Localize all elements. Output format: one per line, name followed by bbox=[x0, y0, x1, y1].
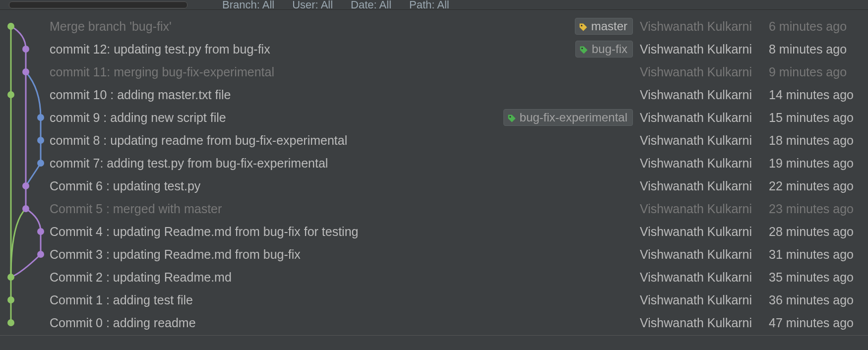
commit-row[interactable]: Commit 6 : updating test.pyVishwanath Ku… bbox=[0, 175, 868, 197]
commit-message: Commit 6 : updating test.py bbox=[50, 179, 640, 193]
commit-author: Vishwanath Kulkarni bbox=[640, 270, 769, 285]
footer-border bbox=[0, 335, 868, 350]
tag-icon bbox=[507, 113, 517, 122]
commit-row[interactable]: commit 8 : updating readme from bug-fix-… bbox=[0, 129, 868, 152]
commit-author: Vishwanath Kulkarni bbox=[640, 88, 769, 102]
branch-tag-label: bug-fix bbox=[592, 42, 627, 56]
commit-row[interactable]: commit 7: adding test.py from bug-fix-ex… bbox=[0, 152, 868, 175]
commit-time: 15 minutes ago bbox=[769, 111, 868, 125]
commit-row[interactable]: Commit 5 : merged with masterVishwanath … bbox=[0, 197, 868, 220]
commit-time: 47 minutes ago bbox=[769, 316, 868, 330]
commit-list: Merge branch 'bug-fix'masterVishwanath K… bbox=[0, 15, 868, 334]
commit-message-text: Merge branch 'bug-fix' bbox=[50, 19, 172, 34]
gear-icon[interactable] bbox=[827, 0, 838, 10]
search-input[interactable] bbox=[9, 1, 187, 8]
commit-author: Vishwanath Kulkarni bbox=[640, 19, 769, 34]
branch-tag[interactable]: master bbox=[575, 18, 633, 35]
search-icon[interactable] bbox=[848, 0, 859, 10]
commit-message: Commit 1 : adding test file bbox=[50, 293, 640, 307]
commit-author: Vishwanath Kulkarni bbox=[640, 156, 769, 171]
commit-message: Commit 0 : adding readme bbox=[50, 316, 640, 330]
commit-time: 18 minutes ago bbox=[769, 133, 868, 148]
commit-row[interactable]: Commit 4 : updating Readme.md from bug-f… bbox=[0, 220, 868, 243]
commit-row[interactable]: commit 11: merging bug-fix-experimentalV… bbox=[0, 60, 868, 83]
commit-message-text: Commit 0 : adding readme bbox=[50, 316, 196, 330]
commit-row[interactable]: commit 10 : adding master.txt fileVishwa… bbox=[0, 83, 868, 106]
svg-point-14 bbox=[581, 25, 582, 26]
commit-author: Vishwanath Kulkarni bbox=[640, 293, 769, 307]
commit-time: 8 minutes ago bbox=[769, 42, 868, 57]
commit-message: Commit 4 : updating Readme.md from bug-f… bbox=[50, 225, 640, 239]
svg-point-16 bbox=[509, 116, 511, 117]
branch-tag[interactable]: bug-fix-experimental bbox=[503, 109, 633, 126]
commit-time: 22 minutes ago bbox=[769, 179, 868, 193]
commit-time: 14 minutes ago bbox=[769, 88, 868, 102]
commit-author: Vishwanath Kulkarni bbox=[640, 111, 769, 125]
commit-row[interactable]: commit 9 : adding new script filebug-fix… bbox=[0, 106, 868, 129]
commit-author: Vishwanath Kulkarni bbox=[640, 225, 769, 239]
commit-author: Vishwanath Kulkarni bbox=[640, 316, 769, 330]
commit-message-text: commit 8 : updating readme from bug-fix-… bbox=[50, 133, 347, 148]
branch-tag[interactable]: bug-fix bbox=[575, 41, 633, 58]
cherry-pick-icon[interactable] bbox=[806, 0, 817, 10]
commit-message-text: Commit 2 : updating Readme.md bbox=[50, 270, 232, 285]
commit-author: Vishwanath Kulkarni bbox=[640, 42, 769, 57]
commit-row[interactable]: Commit 3 : updating Readme.md from bug-f… bbox=[0, 243, 868, 266]
git-log-area: Merge branch 'bug-fix'masterVishwanath K… bbox=[0, 10, 868, 335]
refresh-icon[interactable] bbox=[197, 0, 208, 10]
tag-icon bbox=[578, 21, 588, 31]
commit-time: 19 minutes ago bbox=[769, 156, 868, 171]
svg-point-15 bbox=[581, 48, 583, 49]
commit-message-text: commit 7: adding test.py from bug-fix-ex… bbox=[50, 156, 328, 171]
branch-tag-label: master bbox=[591, 19, 627, 33]
commit-message: Commit 3 : updating Readme.md from bug-f… bbox=[50, 247, 640, 262]
commit-message: Merge branch 'bug-fix'master bbox=[50, 18, 640, 35]
commit-message-text: Commit 3 : updating Readme.md from bug-f… bbox=[50, 247, 301, 262]
commit-author: Vishwanath Kulkarni bbox=[640, 247, 769, 262]
commit-message-text: commit 12: updating test.py from bug-fix bbox=[50, 42, 270, 57]
commit-message: Commit 2 : updating Readme.md bbox=[50, 270, 640, 285]
commit-message: commit 12: updating test.py from bug-fix… bbox=[50, 41, 640, 58]
commit-message-text: commit 9 : adding new script file bbox=[50, 111, 226, 125]
branch-tag-label: bug-fix-experimental bbox=[520, 111, 627, 124]
commit-row[interactable]: commit 12: updating test.py from bug-fix… bbox=[0, 38, 868, 60]
commit-message-text: Commit 6 : updating test.py bbox=[50, 179, 200, 193]
commit-message-text: Commit 4 : updating Readme.md from bug-f… bbox=[50, 225, 359, 239]
commit-row[interactable]: Commit 1 : adding test fileVishwanath Ku… bbox=[0, 289, 868, 311]
commit-row[interactable]: Commit 0 : adding readmeVishwanath Kulka… bbox=[0, 311, 868, 334]
commit-time: 35 minutes ago bbox=[769, 270, 868, 285]
commit-author: Vishwanath Kulkarni bbox=[640, 179, 769, 193]
commit-author: Vishwanath Kulkarni bbox=[640, 202, 769, 216]
commit-time: 28 minutes ago bbox=[769, 225, 868, 239]
git-log-toolbar: Branch: All User: All Date: All Path: Al… bbox=[0, 0, 868, 10]
commit-message: commit 10 : adding master.txt file bbox=[50, 88, 640, 102]
tag-icon bbox=[579, 44, 589, 54]
commit-message-text: Commit 5 : merged with master bbox=[50, 202, 222, 216]
commit-time: 31 minutes ago bbox=[769, 247, 868, 262]
commit-message: commit 11: merging bug-fix-experimental bbox=[50, 65, 640, 79]
commit-message-text: Commit 1 : adding test file bbox=[50, 293, 193, 307]
commit-time: 23 minutes ago bbox=[769, 202, 868, 216]
commit-message: Commit 5 : merged with master bbox=[50, 202, 640, 216]
commit-row[interactable]: Commit 2 : updating Readme.mdVishwanath … bbox=[0, 266, 868, 289]
commit-message-text: commit 10 : adding master.txt file bbox=[50, 88, 231, 102]
commit-time: 9 minutes ago bbox=[769, 65, 868, 79]
commit-time: 6 minutes ago bbox=[769, 19, 868, 34]
commit-author: Vishwanath Kulkarni bbox=[640, 65, 769, 79]
commit-row[interactable]: Merge branch 'bug-fix'masterVishwanath K… bbox=[0, 15, 868, 38]
commit-time: 36 minutes ago bbox=[769, 293, 868, 307]
commit-message: commit 9 : adding new script filebug-fix… bbox=[50, 109, 640, 126]
commit-message: commit 8 : updating readme from bug-fix-… bbox=[50, 133, 640, 148]
commit-message-text: commit 11: merging bug-fix-experimental bbox=[50, 65, 274, 79]
commit-message: commit 7: adding test.py from bug-fix-ex… bbox=[50, 156, 640, 171]
commit-author: Vishwanath Kulkarni bbox=[640, 133, 769, 148]
